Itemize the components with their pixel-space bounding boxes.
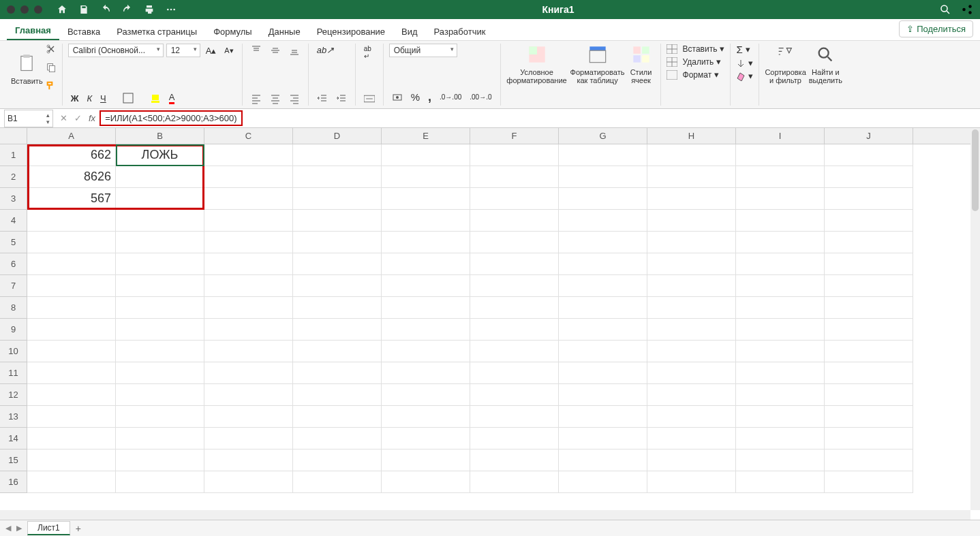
cell-F4[interactable]	[470, 210, 559, 232]
row-header-14[interactable]: 14	[0, 428, 27, 450]
cell-J1[interactable]	[825, 144, 913, 166]
share-button[interactable]: ⇪Поделиться	[899, 20, 973, 37]
cell-E2[interactable]	[382, 166, 470, 188]
cell-B2[interactable]	[116, 166, 204, 188]
row-header-11[interactable]: 11	[0, 362, 27, 384]
bold-button[interactable]: Ж	[68, 92, 82, 105]
cell-D3[interactable]	[293, 188, 382, 210]
cell-F9[interactable]	[470, 319, 559, 341]
select-all-corner[interactable]	[0, 128, 27, 144]
underline-button[interactable]: Ч	[97, 92, 109, 105]
cell-J15[interactable]	[825, 450, 913, 471]
cell-I14[interactable]	[736, 428, 825, 450]
cell-H2[interactable]	[647, 166, 736, 188]
cell-A11[interactable]	[27, 362, 116, 384]
cell-I12[interactable]	[736, 384, 825, 406]
save-icon[interactable]	[78, 3, 90, 16]
col-header-E[interactable]: E	[382, 128, 470, 144]
cell-C4[interactable]	[204, 210, 293, 232]
cell-E6[interactable]	[382, 253, 470, 275]
row-header-2[interactable]: 2	[0, 166, 27, 188]
increase-decimal-icon[interactable]: .0→.00	[437, 92, 464, 102]
decrease-decimal-icon[interactable]: .00→.0	[467, 92, 494, 102]
name-box[interactable]: B1▴▾	[4, 110, 53, 127]
cell-F8[interactable]	[470, 297, 559, 319]
horizontal-scrollbar[interactable]	[0, 510, 970, 520]
cell-B1[interactable]: ЛОЖЬ	[116, 144, 204, 166]
cell-A6[interactable]	[27, 253, 116, 275]
cell-H7[interactable]	[647, 275, 736, 297]
decrease-font-icon[interactable]: A▾	[221, 45, 236, 57]
cell-I16[interactable]	[736, 471, 825, 493]
align-center-icon[interactable]	[267, 92, 284, 106]
cell-I1[interactable]	[736, 144, 825, 166]
cell-G5[interactable]	[559, 232, 647, 253]
fx-label[interactable]: fx	[89, 113, 95, 123]
row-header-16[interactable]: 16	[0, 471, 27, 493]
row-header-3[interactable]: 3	[0, 188, 27, 210]
cell-B6[interactable]	[116, 253, 204, 275]
cell-I8[interactable]	[736, 297, 825, 319]
row-header-1[interactable]: 1	[0, 144, 27, 166]
cell-A16[interactable]	[27, 471, 116, 493]
cell-C12[interactable]	[204, 384, 293, 406]
number-format-combo[interactable]: Общий	[389, 44, 457, 57]
cell-C1[interactable]	[204, 144, 293, 166]
comma-icon[interactable]: ,	[425, 89, 434, 106]
close-window[interactable]	[7, 5, 15, 14]
cell-B4[interactable]	[116, 210, 204, 232]
cell-I4[interactable]	[736, 210, 825, 232]
cell-D11[interactable]	[293, 362, 382, 384]
cell-A9[interactable]	[27, 319, 116, 341]
cell-I6[interactable]	[736, 253, 825, 275]
tab-nav-prev[interactable]: ◀	[5, 524, 11, 533]
cell-J10[interactable]	[825, 341, 913, 362]
cell-B15[interactable]	[116, 450, 204, 471]
tab-review[interactable]: Рецензирование	[309, 22, 393, 40]
add-sheet-button[interactable]: +	[76, 523, 81, 534]
col-header-H[interactable]: H	[647, 128, 736, 144]
cell-E3[interactable]	[382, 188, 470, 210]
cell-F11[interactable]	[470, 362, 559, 384]
tab-formulas[interactable]: Формулы	[205, 22, 260, 40]
cell-G8[interactable]	[559, 297, 647, 319]
cell-I5[interactable]	[736, 232, 825, 253]
cell-D16[interactable]	[293, 471, 382, 493]
currency-icon[interactable]	[389, 91, 405, 104]
cell-C2[interactable]	[204, 166, 293, 188]
row-header-13[interactable]: 13	[0, 406, 27, 428]
cell-A7[interactable]	[27, 275, 116, 297]
copy-icon[interactable]	[46, 62, 57, 75]
cell-E12[interactable]	[382, 384, 470, 406]
cell-D1[interactable]	[293, 144, 382, 166]
cell-C16[interactable]	[204, 471, 293, 493]
cut-icon[interactable]	[46, 44, 57, 57]
cell-J7[interactable]	[825, 275, 913, 297]
cell-A4[interactable]	[27, 210, 116, 232]
search-icon[interactable]	[939, 3, 951, 16]
cell-I3[interactable]	[736, 188, 825, 210]
align-left-icon[interactable]	[248, 92, 264, 106]
cell-F13[interactable]	[470, 406, 559, 428]
minimize-window[interactable]	[20, 5, 29, 14]
cell-H11[interactable]	[647, 362, 736, 384]
cell-D14[interactable]	[293, 428, 382, 450]
cell-A3[interactable]: 567	[27, 188, 116, 210]
cell-F14[interactable]	[470, 428, 559, 450]
cell-grid[interactable]: 662ЛОЖЬ8626567	[27, 144, 970, 510]
cell-E9[interactable]	[382, 319, 470, 341]
cell-E5[interactable]	[382, 232, 470, 253]
align-bottom-icon[interactable]	[286, 44, 303, 57]
cell-C7[interactable]	[204, 275, 293, 297]
cell-H14[interactable]	[647, 428, 736, 450]
cell-J14[interactable]	[825, 428, 913, 450]
share-icon[interactable]	[961, 3, 973, 16]
cell-E1[interactable]	[382, 144, 470, 166]
row-header-12[interactable]: 12	[0, 384, 27, 406]
cell-G11[interactable]	[559, 362, 647, 384]
cell-G16[interactable]	[559, 471, 647, 493]
fill-button[interactable]: ▾	[736, 58, 753, 68]
align-top-icon[interactable]	[248, 44, 264, 57]
orientation-icon[interactable]: ab↗	[314, 44, 337, 57]
cell-J12[interactable]	[825, 384, 913, 406]
